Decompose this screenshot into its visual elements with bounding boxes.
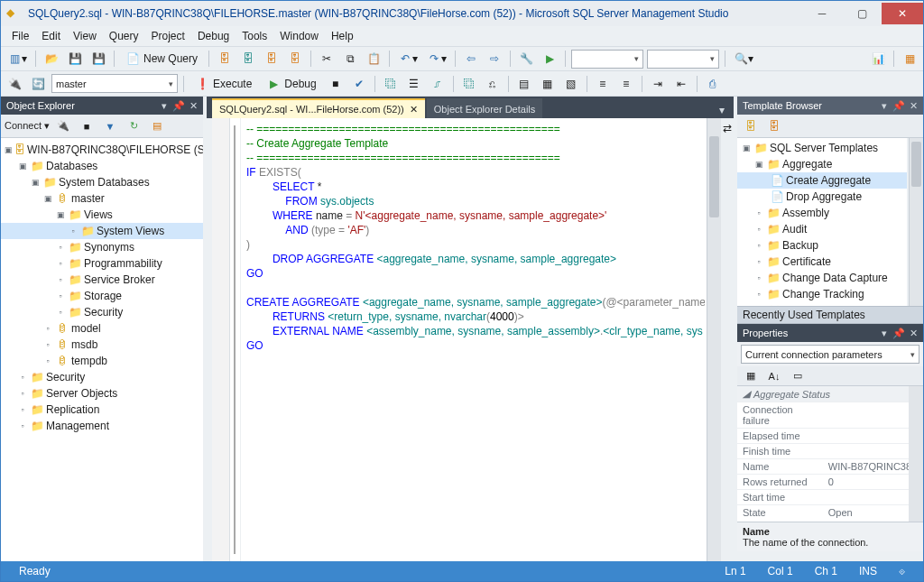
- nav-fwd-icon[interactable]: ⇨: [485, 49, 504, 69]
- results-to-file-icon[interactable]: ▧: [561, 74, 581, 94]
- tmpl-backup[interactable]: ▫📁Backup: [737, 237, 907, 254]
- tab-dropdown-icon[interactable]: ▾: [716, 102, 728, 118]
- object-explorer-tree[interactable]: ▣🗄WIN-B87QRINC38Q\FILEHORSE (SQL Ser ▣📁D…: [1, 138, 203, 582]
- estimated-plan-icon[interactable]: ⿻: [381, 74, 401, 94]
- oe-stop-icon[interactable]: ■: [77, 116, 97, 136]
- cut-icon[interactable]: ✂: [317, 49, 337, 69]
- recent-templates-header[interactable]: Recently Used Templates: [737, 306, 923, 324]
- find-icon[interactable]: 🔍▾: [731, 49, 756, 69]
- sql-editor[interactable]: -- =====================================…: [241, 118, 705, 572]
- properties-grid[interactable]: ◢Aggregate Status Connection failure Ela…: [737, 386, 909, 522]
- tree-programmability[interactable]: ▫📁Programmability: [1, 255, 203, 272]
- run-icon[interactable]: ▶: [540, 49, 559, 69]
- save-icon[interactable]: 💾: [65, 49, 85, 69]
- props-alpha-icon[interactable]: A↓: [764, 366, 784, 386]
- props-dropdown-icon[interactable]: ▾: [878, 328, 891, 339]
- props-pages-icon[interactable]: ▭: [788, 366, 808, 386]
- dmx-query-icon[interactable]: 🗄: [262, 49, 282, 69]
- parse-icon[interactable]: ✔: [349, 74, 369, 94]
- minimize-button[interactable]: ─: [802, 3, 842, 24]
- debug-button[interactable]: ▶Debug: [261, 74, 321, 94]
- tmpl-vscroll[interactable]: [909, 138, 923, 306]
- tmpl-close-icon[interactable]: ✕: [907, 100, 919, 112]
- tree-views[interactable]: ▣📁Views: [1, 207, 203, 223]
- tmpl-create-aggregate[interactable]: 📄Create Aggregate: [737, 172, 907, 189]
- save-all-icon[interactable]: 💾: [88, 49, 108, 69]
- oe-close-icon[interactable]: ✕: [187, 100, 199, 112]
- props-pin-icon[interactable]: 📌: [892, 328, 905, 339]
- oe-pin-icon[interactable]: 📌: [172, 100, 185, 112]
- solution-platform-combo[interactable]: [647, 50, 719, 69]
- db-disconnected-icon[interactable]: 🔌: [5, 74, 24, 94]
- maximize-button[interactable]: ▢: [842, 3, 882, 24]
- nav-back-icon[interactable]: ⇦: [461, 49, 481, 69]
- tmpl-pin-icon[interactable]: 📌: [892, 100, 905, 112]
- status-resize-icon[interactable]: ⟐: [888, 565, 916, 577]
- tree-tempdb[interactable]: ▫🛢tempdb: [1, 353, 203, 369]
- new-project-icon[interactable]: ▥▾: [5, 49, 30, 69]
- xmla-query-icon[interactable]: 🗄: [285, 49, 305, 69]
- template-tree[interactable]: ▣📁SQL Server Templates ▣📁Aggregate 📄Crea…: [737, 138, 907, 306]
- oe-disconnect-icon[interactable]: 🔌: [53, 116, 73, 136]
- tree-system-views[interactable]: ▫📁System Views: [1, 223, 203, 239]
- results-to-grid-icon[interactable]: ▦: [538, 74, 558, 94]
- tree-system-databases[interactable]: ▣📁System Databases: [1, 174, 203, 190]
- tmpl-assembly[interactable]: ▫📁Assembly: [737, 205, 907, 221]
- new-query-button[interactable]: 📄New Query: [120, 49, 203, 69]
- as-query-icon[interactable]: 🗄: [238, 49, 258, 69]
- menu-query[interactable]: Query: [104, 28, 144, 44]
- results-to-text-icon[interactable]: ▤: [514, 74, 534, 94]
- tmpl-sqlserver-icon[interactable]: 🗄: [741, 116, 761, 136]
- oe-refresh-icon[interactable]: ↻: [124, 116, 143, 136]
- intellisense-icon[interactable]: ⎎: [428, 74, 448, 94]
- tmpl-drop-aggregate[interactable]: 📄Drop Aggregate: [737, 189, 907, 205]
- menu-project[interactable]: Project: [146, 28, 190, 44]
- template-values-icon[interactable]: ⎙: [703, 74, 723, 94]
- uncomment-icon[interactable]: ≡: [616, 74, 636, 94]
- menu-help[interactable]: Help: [326, 28, 359, 44]
- oe-filter-icon[interactable]: ▼: [100, 116, 120, 136]
- tree-security[interactable]: ▫📁Security: [1, 369, 203, 385]
- tree-storage[interactable]: ▫📁Storage: [1, 288, 203, 304]
- outdent-icon[interactable]: ⇤: [671, 74, 691, 94]
- close-button[interactable]: ✕: [882, 3, 923, 24]
- tmpl-aggregate[interactable]: ▣📁Aggregate: [737, 156, 907, 172]
- database-combo[interactable]: master: [51, 74, 178, 93]
- oe-connect-button[interactable]: Connect ▾: [5, 120, 50, 132]
- activity-monitor-icon[interactable]: 📊: [868, 49, 888, 69]
- query-options-icon[interactable]: ☰: [404, 74, 424, 94]
- tab-object-explorer-details[interactable]: Object Explorer Details: [427, 98, 543, 118]
- comment-icon[interactable]: ≡: [593, 74, 613, 94]
- tree-model[interactable]: ▫🛢model: [1, 320, 203, 337]
- db-engine-query-icon[interactable]: 🗄: [215, 49, 235, 69]
- props-vscroll[interactable]: [909, 386, 923, 522]
- editor-vscroll[interactable]: [707, 118, 721, 572]
- actual-plan-icon[interactable]: ⿻: [459, 74, 479, 94]
- tree-servicebroker[interactable]: ▫📁Service Broker: [1, 272, 203, 288]
- tree-msdb[interactable]: ▫🛢msdb: [1, 337, 203, 353]
- tmpl-as-icon[interactable]: 🗄: [764, 116, 784, 136]
- properties-object-combo[interactable]: Current connection parameters: [741, 345, 919, 364]
- menu-window[interactable]: Window: [274, 28, 324, 44]
- props-close-icon[interactable]: ✕: [907, 328, 919, 339]
- tmpl-change-tracking[interactable]: ▫📁Change Tracking: [737, 286, 907, 302]
- menu-file[interactable]: File: [6, 28, 34, 44]
- tree-management[interactable]: ▫📁Management: [1, 418, 203, 434]
- menu-edit[interactable]: Edit: [36, 28, 66, 44]
- client-stats-icon[interactable]: ⎌: [483, 74, 503, 94]
- redo-icon[interactable]: ↷▾: [424, 49, 449, 69]
- solution-config-combo[interactable]: [571, 50, 643, 69]
- paste-icon[interactable]: 📋: [364, 49, 383, 69]
- copy-icon[interactable]: ⧉: [340, 49, 360, 69]
- open-file-icon[interactable]: 📂: [42, 49, 61, 69]
- registered-servers-icon[interactable]: ▦: [900, 49, 919, 69]
- change-connection-icon[interactable]: 🔄: [28, 74, 48, 94]
- tree-replication[interactable]: ▫📁Replication: [1, 402, 203, 418]
- tab-sqlquery2[interactable]: SQLQuery2.sql - WI...FileHorse.com (52))…: [212, 98, 425, 118]
- tmpl-audit[interactable]: ▫📁Audit: [737, 221, 907, 237]
- undo-icon[interactable]: ↶▾: [395, 49, 420, 69]
- menu-debug[interactable]: Debug: [192, 28, 235, 44]
- tmpl-cdc[interactable]: ▫📁Change Data Capture: [737, 270, 907, 286]
- oe-dropdown-icon[interactable]: ▾: [158, 100, 171, 112]
- tree-synonyms[interactable]: ▫📁Synonyms: [1, 239, 203, 255]
